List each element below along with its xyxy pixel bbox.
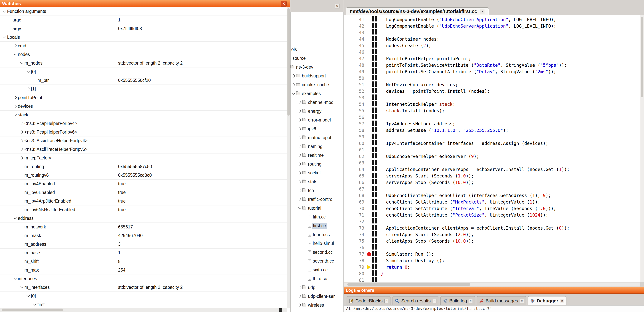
code-line[interactable]: 49 pointToPoint.SetChannelAttribute ("De… [344, 68, 640, 75]
line-number[interactable]: 65 [344, 173, 367, 179]
line-number[interactable]: 61 [344, 147, 367, 153]
expander-closed-icon[interactable] [19, 129, 24, 135]
line-number[interactable]: 64 [344, 166, 367, 173]
expander-closed-icon[interactable] [26, 86, 31, 92]
panel-close-button[interactable]: × [335, 4, 340, 8]
marker-margin[interactable] [367, 75, 372, 81]
tree-item-energy[interactable]: energy [290, 107, 344, 116]
marker-margin[interactable] [367, 95, 372, 101]
code-line[interactable]: 70 echoClient.SetAttribute ("Interval", … [344, 205, 640, 212]
expander-open-icon[interactable] [19, 285, 24, 290]
watch-row-m-network[interactable]: m_network655617 [0, 223, 287, 231]
marker-margin[interactable] [367, 55, 372, 62]
code-line[interactable]: 54 InternetStackHelper stack; [344, 101, 640, 108]
watches-titlebar[interactable]: Watches × [0, 0, 290, 7]
code-line[interactable]: 45 nodes.Create (2); [344, 42, 640, 49]
code-line[interactable]: 59 [344, 134, 640, 140]
tree-item-routing[interactable]: routing [290, 160, 344, 168]
logs-tab-debugger[interactable]: Debugger× [528, 296, 566, 305]
expander-closed-icon[interactable] [297, 170, 302, 175]
line-number[interactable]: 67 [344, 186, 367, 192]
logs-tab-search-results[interactable]: Search results× [392, 296, 439, 305]
tree-item-examples[interactable]: examples [290, 89, 344, 98]
tree-item-first-cc[interactable]: first.cc [290, 221, 344, 230]
expander-open-icon[interactable] [32, 302, 38, 307]
watch-row-pointtopoint[interactable]: pointToPoint [0, 93, 287, 102]
line-number[interactable]: 52 [344, 88, 367, 95]
watches-horizontal-scrollbar[interactable] [0, 308, 287, 312]
marker-margin[interactable] [367, 244, 372, 251]
watches-vertical-scrollbar[interactable] [287, 7, 290, 308]
code-line[interactable]: 60 Ipv4InterfaceContainer interfaces = a… [344, 140, 640, 147]
marker-margin[interactable] [367, 81, 372, 88]
watch-row-m-ptr[interactable]: m_ptr0x55555556cf20 [0, 76, 287, 85]
tree-item-third-cc[interactable]: third.cc [290, 274, 344, 283]
code-line[interactable]: 74 clientApps.Start (Seconds (2.0)); [344, 231, 640, 238]
marker-margin[interactable] [367, 212, 372, 218]
watch-row-address[interactable]: address [0, 214, 287, 223]
code-line[interactable]: 46 [344, 49, 640, 55]
tab-close-button[interactable]: × [432, 299, 436, 303]
tree-item-wireless[interactable]: wireless [290, 301, 344, 310]
code-line[interactable]: 65 serverApps.Start (Seconds (1.0)); [344, 173, 640, 179]
marker-margin[interactable] [367, 218, 372, 225]
watch-row-argc[interactable]: argc1 [0, 16, 287, 24]
resize-grip[interactable] [279, 308, 282, 312]
marker-margin[interactable] [367, 140, 372, 147]
editor-tab[interactable]: mnt/dev/tools/source/ns-3-dev/examples/t… [346, 7, 489, 15]
code-line[interactable]: 78 Simulator::Destroy (); [344, 257, 640, 264]
code-line[interactable]: 43 [344, 29, 640, 36]
marker-margin[interactable] [367, 23, 372, 29]
line-number[interactable]: 73 [344, 225, 367, 231]
expander-closed-icon[interactable] [19, 138, 24, 143]
marker-margin[interactable] [367, 264, 372, 270]
watch-row-m-ipv6nsrsjitterenabled[interactable]: m_ipv6NsRsJitterEnabledtrue [0, 205, 287, 214]
editor-content[interactable]: 41 LogComponentEnable ("UdpEchoClientApp… [344, 15, 640, 283]
watch-row-stack[interactable]: stack [0, 111, 287, 119]
expander-open-icon[interactable] [12, 52, 18, 57]
marker-margin[interactable] [367, 29, 372, 36]
tree-item-udp-client-ser[interactable]: udp-client-ser [290, 292, 344, 301]
tree-item-traffic-contro[interactable]: traffic-contro [290, 195, 344, 204]
code-line[interactable]: 51 NetDeviceContainer devices; [344, 81, 640, 88]
tree-item-matrix-topol[interactable]: matrix-topol [290, 133, 344, 142]
line-number[interactable]: 49 [344, 68, 367, 75]
line-number[interactable]: 50 [344, 75, 367, 81]
watch-row-ns3-asciitracehelperforipv6[interactable]: <ns3::AsciiTraceHelperForIpv6> [0, 145, 287, 154]
expander-closed-icon[interactable] [297, 179, 302, 184]
code-line[interactable]: 62 UdpEchoServerHelper echoServer (9); [344, 153, 640, 160]
line-number[interactable]: 46 [344, 49, 367, 55]
marker-margin[interactable] [367, 225, 372, 231]
scrollbar-thumb[interactable] [2, 309, 63, 311]
editor-tab-close-button[interactable]: × [480, 9, 485, 14]
tree-item-ns-3-dev[interactable]: ns-3-dev [290, 63, 344, 71]
scrollbar-thumb[interactable] [288, 8, 290, 116]
expander-open-icon[interactable] [26, 69, 31, 74]
watch-row-0[interactable]: [0] [0, 67, 287, 76]
tree-item-tcp[interactable]: tcp [290, 186, 344, 195]
line-number[interactable]: 75 [344, 238, 367, 244]
tree-item-stats[interactable]: stats [290, 177, 344, 186]
expander-closed-icon[interactable] [291, 82, 296, 87]
marker-margin[interactable] [367, 36, 372, 42]
marker-margin[interactable] [367, 62, 372, 68]
scrollbar-thumb[interactable] [641, 17, 644, 97]
marker-margin[interactable] [367, 147, 372, 153]
line-number[interactable]: 54 [344, 101, 367, 108]
line-number[interactable]: 72 [344, 218, 367, 225]
code-line[interactable]: 72 [344, 218, 640, 225]
expander-closed-icon[interactable] [12, 43, 18, 48]
code-line[interactable]: 71 echoClient.SetAttribute ("PacketSize"… [344, 212, 640, 218]
expander-closed-icon[interactable] [297, 100, 302, 105]
tree-item-realtime[interactable]: realtime [290, 151, 344, 160]
tree-item-socket[interactable]: socket [290, 168, 344, 177]
watches-close-button[interactable]: × [281, 1, 287, 7]
marker-margin[interactable] [367, 101, 372, 108]
code-line[interactable]: 41 LogComponentEnable ("UdpEchoClientApp… [344, 16, 640, 23]
tab-close-button[interactable]: × [469, 299, 473, 303]
watch-row-interfaces[interactable]: interfaces [0, 275, 287, 283]
expander-open-icon[interactable] [12, 276, 18, 281]
line-number[interactable]: 66 [344, 179, 367, 186]
tree-item-error-model[interactable]: error-model [290, 116, 344, 124]
watch-row-locals[interactable]: Locals [0, 33, 287, 42]
